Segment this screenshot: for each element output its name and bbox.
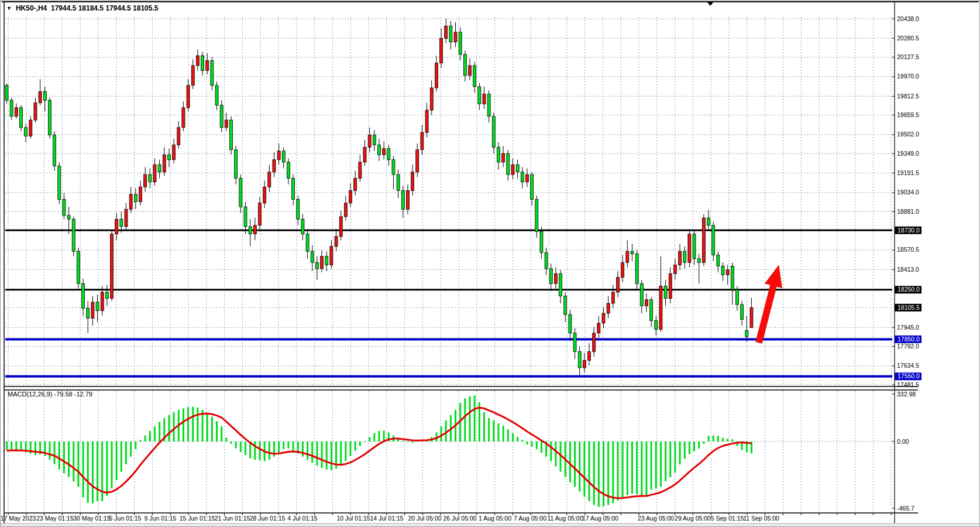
bullish-candle (593, 333, 596, 352)
bearish-candle (745, 331, 748, 337)
bullish-candle (673, 265, 676, 273)
bullish-candle (225, 120, 228, 128)
bearish-candle (507, 153, 510, 174)
time-axis-label: 14 Jul 01:15 (370, 515, 403, 522)
time-axis-label: 23 May 01:15 (36, 515, 74, 522)
bullish-candle (268, 172, 271, 187)
bearish-candle (53, 135, 56, 166)
bullish-candle (583, 360, 586, 368)
bullish-candle (602, 313, 605, 323)
bullish-candle (597, 323, 600, 333)
price-axis-label: 19659.5 (897, 111, 919, 118)
bearish-candle (731, 266, 734, 290)
bearish-candle (540, 231, 543, 252)
bullish-candle (483, 94, 486, 104)
bearish-candle (564, 296, 567, 314)
bullish-candle (34, 102, 37, 120)
bullish-candle (621, 262, 624, 277)
bullish-candle (29, 120, 32, 136)
bearish-candle (531, 174, 534, 199)
bearish-candle (48, 100, 51, 135)
bullish-candle (435, 63, 438, 88)
bearish-candle (449, 26, 452, 42)
chart-window: ▼ HK50-,H4 17944.5 18184.5 17944.5 18105… (0, 0, 980, 527)
bullish-candle (588, 352, 591, 361)
bearish-candle (63, 199, 66, 215)
bearish-candle (10, 100, 13, 116)
bullish-candle (129, 194, 132, 209)
price-axis[interactable]: 20438.020280.520127.519970.019812.519659… (892, 15, 921, 512)
macd-axis-label: -465.7 (897, 505, 914, 512)
price-axis-label: 18413.0 (897, 266, 919, 273)
bullish-candle (173, 145, 176, 159)
bearish-candle (167, 155, 170, 159)
price-tag-label: 18250.0 (898, 286, 920, 293)
bullish-candle (277, 151, 280, 160)
level-lines-layer[interactable] (5, 230, 892, 377)
price-chart-canvas[interactable]: 20438.020280.520127.519970.019812.519659… (1, 1, 980, 527)
bearish-candle (235, 150, 238, 179)
price-tag-label: 17850.0 (898, 336, 920, 343)
bullish-candle (616, 278, 619, 292)
price-axis-label: 17634.5 (897, 362, 919, 369)
bullish-candle (253, 225, 256, 234)
macd-layer (7, 395, 752, 507)
bearish-candle (683, 251, 686, 262)
bearish-candle (569, 314, 572, 333)
bullish-candle (425, 110, 428, 132)
bearish-candle (249, 227, 252, 234)
bearish-candle (19, 108, 22, 128)
time-axis-label: 5 Jun 01:15 (109, 515, 142, 522)
bearish-candle (301, 219, 304, 234)
bullish-candle (645, 300, 648, 306)
bullish-candle (502, 153, 505, 162)
time-axis-label: 17 Aug 05:00 (582, 515, 618, 522)
bearish-candle (87, 309, 90, 319)
bearish-candle (459, 32, 462, 54)
bullish-candle (669, 273, 672, 298)
price-axis-label: 19812.5 (897, 93, 919, 100)
bullish-candle (726, 270, 729, 275)
price-axis-label: 20127.5 (897, 53, 919, 60)
bullish-candle (139, 187, 142, 201)
time-axis[interactable]: 17 May 202323 May 01:1530 May 01:155 Jun… (1, 515, 779, 522)
bearish-candle (712, 225, 715, 255)
time-axis-label: 23 Aug 05:00 (638, 515, 674, 522)
time-axis-label: 10 Jul 01:15 (336, 515, 370, 522)
bearish-candle (573, 333, 576, 352)
bullish-candle (659, 286, 662, 329)
bullish-candle (454, 32, 457, 42)
bearish-candle (387, 149, 390, 160)
bearish-candle (287, 162, 290, 178)
bearish-candle (149, 174, 152, 182)
macd-indicator-label: MACD(12,26,9) -79.58 -12.79 (8, 391, 92, 398)
macd-signal-line (7, 408, 752, 498)
bullish-candle (421, 132, 424, 150)
bearish-candle (215, 85, 218, 105)
bullish-candle (411, 172, 414, 191)
bullish-candle (626, 251, 629, 262)
buy-signal-arrow[interactable] (756, 265, 782, 343)
bearish-candle (239, 178, 242, 207)
time-axis-label: 30 May 01:15 (73, 515, 111, 522)
bearish-candle (315, 262, 318, 269)
bearish-candle (521, 172, 524, 182)
bullish-candle (125, 209, 128, 227)
bearish-candle (134, 194, 137, 202)
bearish-candle (82, 283, 85, 308)
time-axis-label: 26 Jul 05:00 (443, 515, 476, 522)
time-axis-label: 29 Aug 05:00 (675, 515, 711, 522)
bearish-candle (707, 218, 710, 225)
bearish-candle (401, 191, 404, 210)
bullish-candle (263, 187, 266, 203)
price-axis-label: 19502.0 (897, 131, 919, 138)
bearish-candle (463, 54, 466, 76)
macd-axis-label: 0.00 (897, 438, 909, 445)
bearish-candle (377, 145, 380, 155)
price-axis-label: 19191.5 (897, 169, 919, 176)
bullish-candle (344, 203, 347, 217)
scroll-end-marker-icon (707, 2, 713, 6)
time-axis-label: 20 Jul 05:00 (408, 515, 441, 522)
bearish-candle (545, 252, 548, 268)
bullish-candle (191, 66, 194, 85)
